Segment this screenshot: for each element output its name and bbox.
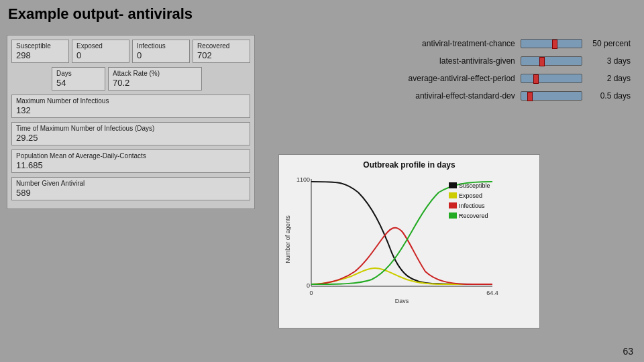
recovered-label: Recovered [197,42,246,50]
antiviral-given-label: Number Given Antiviral [16,180,246,187]
svg-text:0: 0 [309,290,313,296]
slider-value-average-antiviral-effect-period: 2 days [588,74,631,83]
svg-rect-8 [449,182,457,188]
seir-stats-row: Susceptible 298 Exposed 0 Infectious 0 R… [11,40,250,63]
chart-title: Outbreak profile in days [284,160,534,170]
infectious-label: Infectious [137,42,185,50]
slider-track-latest-antivirals-given[interactable] [521,56,582,66]
outbreak-chart: Number of agents 1100 0 0 64.4 Days Susc… [284,172,513,303]
svg-rect-12 [449,202,457,208]
exposed-stat: Exposed 0 [72,40,129,63]
days-label: Days [56,70,101,77]
slider-label-latest-antivirals-given: latest-antivirals-given [386,56,515,66]
svg-text:Susceptible: Susceptible [459,182,490,189]
slider-thumb-antiviral-effect-standard-dev[interactable] [527,92,533,101]
slider-thumb-average-antiviral-effect-period[interactable] [533,74,539,84]
antiviral-given-value: 589 [16,188,246,198]
pop-mean-label: Population Mean of Average-Daily-Contact… [16,152,246,160]
stats-panel: Susceptible 298 Exposed 0 Infectious 0 R… [7,35,255,209]
slider-track-average-antiviral-effect-period[interactable] [521,74,582,83]
exposed-label: Exposed [76,42,125,50]
slider-row-antiviral-treatment-chance: antiviral-treatment-chance50 percent [386,39,631,48]
sliders-panel: antiviral-treatment-chance50 percentlate… [379,35,637,113]
slider-row-average-antiviral-effect-period: average-antiviral-effect-period2 days [386,74,631,83]
susceptible-label: Susceptible [16,42,64,50]
exposed-value: 0 [76,50,125,60]
slider-label-average-antiviral-effect-period: average-antiviral-effect-period [386,74,515,83]
susceptible-value: 298 [16,50,64,60]
slider-value-antiviral-effect-standard-dev: 0.5 days [588,91,631,101]
pop-mean-value: 11.685 [16,160,246,170]
slider-label-antiviral-treatment-chance: antiviral-treatment-chance [386,39,515,48]
time-max-value: 29.25 [16,133,246,143]
chart-area: Number of agents 1100 0 0 64.4 Days Susc… [284,172,534,306]
svg-text:1100: 1100 [297,176,310,183]
svg-text:0: 0 [307,282,310,289]
attack-rate-label: Attack Rate (%) [113,70,197,77]
slider-label-antiviral-effect-standard-dev: antiviral-effect-standard-dev [386,91,515,101]
slider-value-latest-antivirals-given: 3 days [588,56,631,66]
svg-text:Exposed: Exposed [459,192,482,199]
page-title: Example output- antivirals [8,5,193,23]
svg-text:64.4: 64.4 [486,290,498,296]
susceptible-stat: Susceptible 298 [11,40,69,63]
recovered-stat: Recovered 702 [193,40,250,63]
days-attack-row: Days 54 Attack Rate (%) 70.2 [52,67,250,90]
svg-rect-14 [449,213,457,219]
slider-value-antiviral-treatment-chance: 50 percent [588,39,631,48]
slider-thumb-latest-antivirals-given[interactable] [539,57,545,66]
chart-panel: Outbreak profile in days Number of agent… [278,154,540,328]
time-max-box: Time of Maximum Number of Infectious (Da… [11,122,250,145]
svg-rect-10 [449,192,457,198]
slider-thumb-antiviral-treatment-chance[interactable] [552,40,557,49]
slider-row-latest-antivirals-given: latest-antivirals-given3 days [386,56,631,66]
max-infectious-label: Maximum Number of Infectious [16,97,246,105]
max-infectious-value: 132 [16,105,246,115]
svg-text:Days: Days [395,298,409,303]
time-max-label: Time of Maximum Number of Infectious (Da… [16,125,246,132]
page-number: 63 [623,346,633,357]
pop-mean-box: Population Mean of Average-Daily-Contact… [11,149,250,173]
slider-track-antiviral-treatment-chance[interactable] [521,39,582,48]
svg-text:Recovered: Recovered [459,213,488,219]
antiviral-given-box: Number Given Antiviral 589 [11,177,250,200]
attack-rate-value: 70.2 [113,78,197,88]
slider-row-antiviral-effect-standard-dev: antiviral-effect-standard-dev0.5 days [386,91,631,101]
days-box: Days 54 [52,67,105,90]
svg-text:Number of agents: Number of agents [284,215,291,263]
recovered-value: 702 [197,50,246,60]
max-infectious-box: Maximum Number of Infectious 132 [11,95,250,118]
svg-text:Infectious: Infectious [459,202,485,209]
infectious-value: 0 [137,50,185,60]
slider-track-antiviral-effect-standard-dev[interactable] [521,91,582,101]
days-value: 54 [56,78,101,88]
attack-rate-box: Attack Rate (%) 70.2 [108,67,202,90]
infectious-stat: Infectious 0 [132,40,190,63]
